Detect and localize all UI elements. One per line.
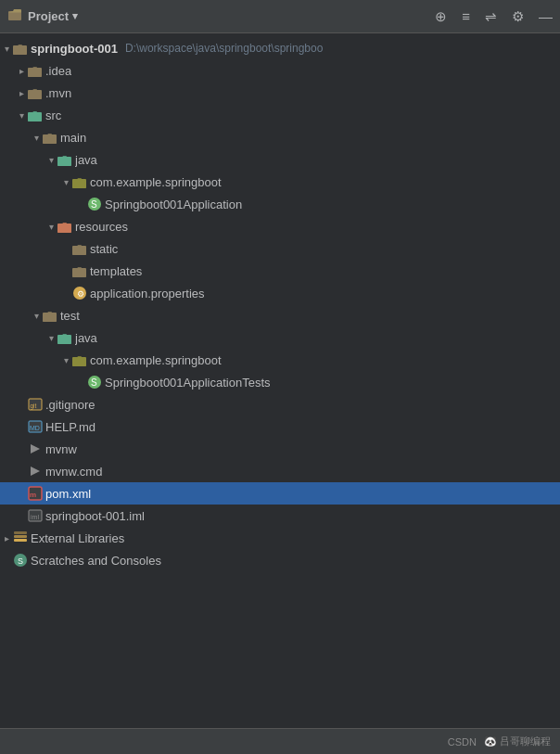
tree-item-label: External Libraries — [31, 531, 124, 545]
tree-item-helpmd[interactable]: MD HELP.md — [0, 415, 560, 438]
tree-item-label: pom.xml — [45, 487, 91, 501]
tree-arrow[interactable] — [45, 155, 57, 165]
bottom-bar: CSDN 🐼 吕哥聊编程 — [0, 728, 560, 754]
svg-text:MD: MD — [30, 425, 40, 431]
svg-text:S: S — [91, 199, 97, 210]
svg-rect-8 — [28, 113, 42, 121]
tree-item-mvnw[interactable]: mvnw — [0, 438, 560, 460]
folder-res-icon — [57, 219, 75, 234]
bottom-user-text: 🐼 吕哥聊编程 — [484, 735, 551, 748]
settings-icon[interactable]: ⚙ — [512, 8, 524, 25]
svg-rect-26 — [43, 313, 57, 322]
tree-item-scratches[interactable]: S Scratches and Consoles — [0, 549, 560, 571]
tree-arrow[interactable] — [30, 133, 43, 143]
scratch-icon: S — [13, 553, 31, 569]
tree-item-label: Springboot001ApplicationTests — [105, 376, 271, 390]
tree-arrow[interactable] — [59, 177, 72, 187]
tree-arrow[interactable] — [15, 110, 28, 121]
svg-rect-43 — [14, 539, 27, 542]
tree-item-label: .mvn — [45, 86, 71, 100]
panel-dropdown-icon[interactable]: ▾ — [72, 10, 78, 22]
minimize-icon[interactable]: — — [539, 8, 553, 24]
tree-arrow[interactable] — [59, 355, 72, 365]
spring-icon: S — [87, 197, 105, 212]
svg-rect-20 — [72, 247, 86, 255]
svg-text:⚙: ⚙ — [77, 289, 84, 299]
tree-item-label: main — [60, 131, 86, 145]
tree-item-package[interactable]: com.example.springboot — [0, 171, 560, 193]
tree-item-label: src — [45, 109, 61, 122]
tree-arrow[interactable] — [30, 311, 43, 321]
svg-rect-22 — [72, 269, 86, 277]
locate-icon[interactable]: ⊕ — [435, 8, 447, 25]
tree-item-label: Scratches and Consoles — [31, 554, 161, 568]
tree-arrow[interactable] — [0, 44, 13, 54]
tree-arrow[interactable] — [15, 66, 28, 76]
tree-item-resources[interactable]: resources — [0, 215, 560, 237]
project-panel: Project ▾ ⊕ ≡ ⇌ ⚙ — springboot-001D:\wor… — [0, 0, 560, 754]
tree-item-idea[interactable]: .idea — [0, 59, 560, 82]
header-toolbar: ⊕ ≡ ⇌ ⚙ — — [435, 8, 553, 25]
tree-item-extlibs[interactable]: External Libraries — [0, 527, 560, 549]
tree-item-label: templates — [90, 264, 142, 278]
folder-package-icon — [72, 352, 90, 367]
tree-item-testpackage[interactable]: com.example.springboot — [0, 349, 560, 371]
git-icon: git — [28, 397, 45, 413]
tree-item-label: java — [75, 153, 97, 167]
svg-rect-44 — [14, 535, 27, 538]
tree-item-static[interactable]: static — [0, 237, 560, 260]
tree-arrow[interactable] — [45, 222, 57, 232]
tree-item-main[interactable]: main — [0, 126, 560, 148]
svg-rect-4 — [28, 69, 42, 77]
tree-item-templates[interactable]: templates — [0, 260, 560, 282]
panel-title-group: Project ▾ — [7, 7, 78, 25]
svg-rect-18 — [57, 224, 71, 233]
tree-arrow[interactable] — [15, 88, 28, 98]
tree-item-label: resources — [75, 220, 128, 234]
svg-marker-38 — [31, 466, 40, 476]
tree-item-test[interactable]: test — [0, 304, 560, 326]
tree-item-mvnwcmd[interactable]: mvnw.cmd — [0, 460, 560, 482]
ext-lib-icon — [13, 530, 31, 546]
svg-rect-10 — [43, 135, 57, 144]
folder-package-icon — [72, 174, 90, 189]
tree-arrow[interactable] — [0, 533, 13, 543]
tree-item-iml[interactable]: iml springboot-001.iml — [0, 505, 560, 527]
folder-icon — [43, 308, 60, 323]
tree-item-pomxml[interactable]: m pom.xml — [0, 482, 560, 505]
tree-item-testapp[interactable]: S Springboot001ApplicationTests — [0, 371, 560, 393]
tree-item-label: Springboot001Application — [105, 198, 242, 211]
tree-item-mvn[interactable]: .mvn — [0, 82, 560, 104]
folder-icon — [72, 241, 90, 256]
tree-item-label: springboot-001.iml — [45, 509, 145, 523]
tree-item-root[interactable]: springboot-001D:\workspace\java\springbo… — [0, 37, 560, 59]
iml-icon: iml — [28, 508, 45, 524]
tree-item-appprops[interactable]: ⚙ application.properties — [0, 282, 560, 304]
svg-rect-28 — [57, 336, 71, 344]
panel-header: Project ▾ ⊕ ≡ ⇌ ⚙ — — [0, 0, 560, 33]
xml-icon: m — [28, 486, 45, 502]
tree-arrow[interactable] — [45, 333, 57, 343]
tree-item-testjava[interactable]: java — [0, 326, 560, 349]
svg-rect-12 — [57, 158, 71, 166]
collapse-icon[interactable]: ≡ — [462, 8, 470, 24]
tree-item-label: com.example.springboot — [90, 175, 222, 189]
tree-item-label: mvnw — [45, 442, 77, 456]
tree-item-gitignore[interactable]: git .gitignore — [0, 393, 560, 415]
tree-item-springapp[interactable]: S Springboot001Application — [0, 193, 560, 215]
bottom-csdn-text: CSDN — [448, 736, 477, 748]
svg-rect-30 — [72, 358, 86, 366]
svg-rect-2 — [13, 46, 27, 55]
svg-marker-37 — [31, 444, 40, 454]
folder-java-icon — [57, 152, 75, 167]
tree-item-label: java — [75, 331, 97, 345]
folder-java-icon — [57, 330, 75, 345]
folder-src-icon — [28, 108, 45, 122]
panel-title: Project — [28, 9, 69, 23]
tree-item-java[interactable]: java — [0, 148, 560, 171]
svg-rect-45 — [14, 531, 27, 534]
tree-item-src[interactable]: src — [0, 104, 560, 126]
tree-item-label: test — [60, 309, 80, 323]
tree-item-label: .gitignore — [45, 398, 95, 412]
expand-icon[interactable]: ⇌ — [485, 8, 497, 25]
